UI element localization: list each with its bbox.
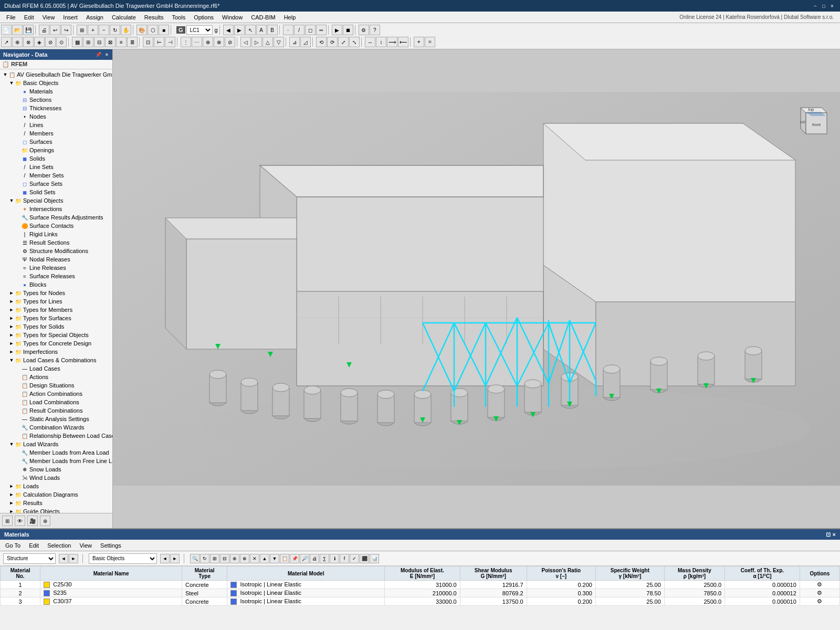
- pan-btn[interactable]: ✋: [121, 25, 131, 35]
- refresh-btn[interactable]: ↻: [200, 554, 209, 563]
- col-spec-weight[interactable]: Specific Weightγ [kN/m³]: [595, 566, 664, 581]
- mat-name-1[interactable]: C25/30: [40, 581, 182, 589]
- nav-thicknesses[interactable]: ⊟ Thicknesses: [0, 104, 112, 112]
- tb2-btn24[interactable]: ▽: [274, 37, 284, 47]
- copy-btn[interactable]: 📋: [280, 554, 289, 563]
- filter-btn[interactable]: 🔍: [190, 554, 200, 563]
- tb2-btn13[interactable]: ⊡: [143, 37, 153, 47]
- nav-icon2[interactable]: 👁: [15, 516, 25, 526]
- tb2-btn9[interactable]: ⊟: [94, 37, 104, 47]
- search-btn[interactable]: 🔎: [300, 554, 309, 563]
- nav-actions[interactable]: 📋 Actions: [0, 373, 112, 381]
- tb-btn-b[interactable]: B: [267, 25, 278, 35]
- save-btn[interactable]: 💾: [23, 25, 34, 35]
- nav-nodal-releases[interactable]: Ψ Nodal Releases: [0, 255, 112, 264]
- col-mat-name[interactable]: Material Name: [40, 566, 182, 581]
- tb2-btn17[interactable]: ⋯: [192, 37, 202, 47]
- tb2-btn29[interactable]: ⤢: [338, 37, 349, 47]
- redo-btn[interactable]: ↪: [61, 25, 71, 35]
- settings-btn[interactable]: ⚙: [359, 25, 369, 35]
- menu-file[interactable]: File: [2, 13, 20, 22]
- nav-next-btn[interactable]: ►: [69, 554, 78, 563]
- maximize-button[interactable]: □: [820, 2, 827, 9]
- nav-design-situations[interactable]: 📋 Design Situations: [0, 381, 112, 390]
- nav-line-releases[interactable]: ≈ Line Releases: [0, 264, 112, 272]
- tb2-btn12[interactable]: ≣: [127, 37, 138, 47]
- nav-types-members[interactable]: ► 📁 Types for Members: [0, 306, 112, 314]
- view-menu[interactable]: View: [76, 542, 95, 549]
- solid-btn[interactable]: ■: [159, 25, 169, 35]
- tb-btn-extra2[interactable]: ▶: [234, 25, 245, 35]
- table-row[interactable]: 2 S235 Steel Isotropic | Linear Elastic …: [1, 589, 840, 597]
- nav-members[interactable]: / Members: [0, 129, 112, 138]
- tb2-btn30[interactable]: ⤡: [349, 37, 360, 47]
- materials-table-container[interactable]: MaterialNo. Material Name MaterialType M…: [0, 566, 840, 630]
- tb-member-btn[interactable]: ═: [316, 25, 327, 35]
- move-up-btn[interactable]: ▲: [260, 554, 269, 563]
- nav-surfaces[interactable]: ◻ Surfaces: [0, 138, 112, 146]
- mat-opt-2[interactable]: ⚙: [800, 589, 839, 597]
- col-th-exp[interactable]: Coeff. of Th. Exp.α [1/°C]: [725, 566, 800, 581]
- nav-results[interactable]: ► 📁 Results: [0, 499, 112, 507]
- close-button[interactable]: ×: [828, 2, 836, 9]
- info-btn[interactable]: ℹ: [330, 554, 339, 563]
- menu-options[interactable]: Options: [190, 13, 218, 22]
- tb2-btn23[interactable]: △: [262, 37, 273, 47]
- col-e-modulus[interactable]: Modulus of Elast.E [N/mm²]: [385, 566, 460, 581]
- tb2-btn34[interactable]: ⟵: [398, 37, 408, 47]
- menu-help[interactable]: Help: [280, 13, 300, 22]
- tb2-btn3[interactable]: ⊗: [23, 37, 34, 47]
- render-btn[interactable]: 🎨: [136, 25, 147, 35]
- nav-imperfections[interactable]: ► 📁 Imperfections: [0, 348, 112, 356]
- validate-btn[interactable]: ✓: [350, 554, 359, 563]
- tb2-btn28[interactable]: ⟳: [327, 37, 338, 47]
- nav-close-btn[interactable]: ×: [104, 52, 109, 57]
- tb2-btn1[interactable]: ↗: [1, 37, 12, 47]
- nav-solids[interactable]: ◼ Solids: [0, 154, 112, 163]
- bottom-panel-float-btn[interactable]: ⊡: [826, 531, 831, 538]
- tb-btn-a[interactable]: A: [256, 25, 267, 35]
- nav-pin-btn[interactable]: 📌: [94, 52, 102, 57]
- tb2-btn19[interactable]: ⊗: [214, 37, 224, 47]
- viewport[interactable]: top front left: [113, 49, 840, 528]
- nav-blocks[interactable]: ● Blocks: [0, 280, 112, 289]
- nav-nodes[interactable]: • Nodes: [0, 112, 112, 121]
- selection-menu[interactable]: Selection: [44, 542, 74, 549]
- tb-icon-xls[interactable]: 📊: [370, 554, 379, 563]
- tb2-btn11[interactable]: ≡: [116, 37, 127, 47]
- table-row[interactable]: 3 C30/37 Concrete Isotropic | Linear Ela…: [1, 597, 840, 606]
- nav-load-cases[interactable]: — Load Cases: [0, 364, 112, 373]
- nav-member-loads-free[interactable]: 🔧 Member Loads from Free Line Load: [0, 457, 112, 465]
- tb2-btn4[interactable]: ◈: [34, 37, 45, 47]
- tb2-btn15[interactable]: ⊣: [165, 37, 175, 47]
- nav-combination-wizards[interactable]: 🔧 Combination Wizards: [0, 423, 112, 432]
- calc-btn[interactable]: ∑: [320, 554, 329, 563]
- nav-types-surfaces[interactable]: ► 📁 Types for Surfaces: [0, 314, 112, 322]
- nav-lines[interactable]: / Lines: [0, 121, 112, 129]
- zoom-all-btn[interactable]: ⊞: [77, 25, 87, 35]
- nav-result-combinations[interactable]: 📋 Result Combinations: [0, 406, 112, 415]
- nav-special-objects[interactable]: ▼ 📁 Special Objects: [0, 196, 112, 205]
- nav-intersections[interactable]: ✦ Intersections: [0, 205, 112, 213]
- rotate-btn[interactable]: ↻: [110, 25, 120, 35]
- col-mat-no[interactable]: MaterialNo.: [1, 566, 40, 581]
- menu-results[interactable]: Results: [140, 13, 168, 22]
- minimize-button[interactable]: −: [812, 2, 819, 9]
- tb2-btn14[interactable]: ⊢: [154, 37, 164, 47]
- nav-surface-contacts[interactable]: 🟠 Surface Contacts: [0, 222, 112, 230]
- tb-line-btn[interactable]: /: [294, 25, 304, 35]
- nav-result-sections[interactable]: ☰ Result Sections: [0, 238, 112, 247]
- nav-types-solids[interactable]: ► 📁 Types for Solids: [0, 322, 112, 331]
- col-poisson[interactable]: Poisson's Ratioν [–]: [527, 566, 595, 581]
- mat-name-2[interactable]: S235: [40, 589, 182, 597]
- nav-action-combinations[interactable]: 📋 Action Combinations: [0, 390, 112, 398]
- structure-combo[interactable]: Structure: [3, 553, 56, 564]
- tb-icon-xl[interactable]: ⬛: [360, 554, 369, 563]
- select-btn[interactable]: ↖: [245, 25, 256, 35]
- nav-relationship-loadcases[interactable]: 📋 Relationship Between Load Cases: [0, 432, 112, 440]
- menu-insert[interactable]: Insert: [59, 13, 82, 22]
- tb2-btn2[interactable]: ⊕: [12, 37, 23, 47]
- nav-snow-loads[interactable]: ❄ Snow Loads: [0, 465, 112, 474]
- goto-menu[interactable]: Go To: [2, 542, 24, 549]
- stop-btn[interactable]: ⏹: [343, 25, 353, 35]
